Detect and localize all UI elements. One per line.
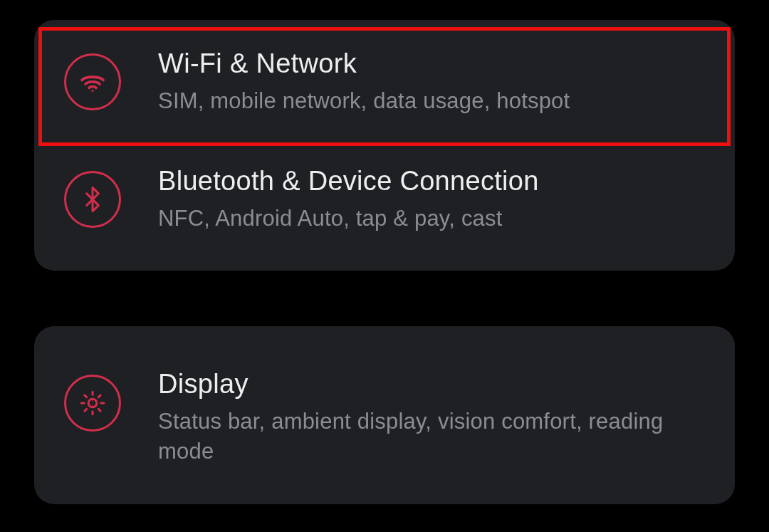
wifi-text-group: Wi-Fi & Network SIM, mobile network, dat… xyxy=(158,48,570,116)
settings-item-wifi[interactable]: Wi-Fi & Network SIM, mobile network, dat… xyxy=(34,20,735,145)
wifi-title: Wi-Fi & Network xyxy=(158,48,570,79)
bluetooth-subtitle: NFC, Android Auto, tap & pay, cast xyxy=(158,204,539,234)
settings-card-network: Wi-Fi & Network SIM, mobile network, dat… xyxy=(34,20,735,271)
bluetooth-text-group: Bluetooth & Device Connection NFC, Andro… xyxy=(158,166,539,234)
settings-item-bluetooth[interactable]: Bluetooth & Device Connection NFC, Andro… xyxy=(34,145,735,271)
wifi-icon xyxy=(64,53,121,110)
bluetooth-icon xyxy=(64,171,121,228)
settings-container: Wi-Fi & Network SIM, mobile network, dat… xyxy=(0,0,769,504)
svg-point-0 xyxy=(92,90,94,92)
display-title: Display xyxy=(158,369,701,400)
svg-line-7 xyxy=(98,409,100,411)
svg-line-9 xyxy=(98,395,100,397)
display-subtitle: Status bar, ambient display, vision comf… xyxy=(158,407,701,466)
settings-card-display: Display Status bar, ambient display, vis… xyxy=(34,326,735,504)
svg-line-6 xyxy=(85,395,87,397)
bluetooth-title: Bluetooth & Device Connection xyxy=(158,166,539,197)
settings-item-display[interactable]: Display Status bar, ambient display, vis… xyxy=(34,326,735,495)
display-text-group: Display Status bar, ambient display, vis… xyxy=(158,369,701,466)
svg-line-8 xyxy=(85,409,87,411)
wifi-subtitle: SIM, mobile network, data usage, hotspot xyxy=(158,86,570,116)
brightness-icon xyxy=(64,375,121,432)
